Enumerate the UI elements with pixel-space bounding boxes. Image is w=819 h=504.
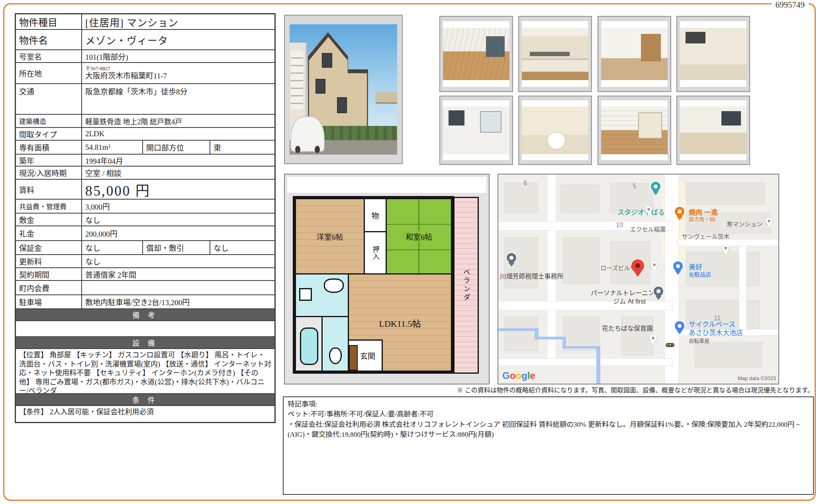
row-value-parking: 敷地内駐車場/空き2台/13,200円 (82, 295, 274, 308)
kotobuki-pin-icon (766, 218, 772, 224)
row-value-layout-type: 2LDK (82, 128, 274, 140)
special-notes-line2: ・保証会社:保証会社利用必須 株式会社オリコフォレントインシュア 初回保証料 賃… (288, 420, 809, 440)
row-label-neighborhood-fee: 町内会費 (16, 281, 82, 294)
plan-margin (287, 177, 486, 193)
row-label-contract-term: 契約期間 (16, 268, 82, 280)
table-row: 礼金 200,000円 (16, 226, 274, 241)
white-car (290, 116, 324, 152)
row-label-property-type: 物件種目 (16, 14, 82, 29)
map-label-yakiniku-sub: 焼き肉・$$ (689, 215, 715, 223)
excel-pin-icon (645, 206, 652, 213)
map-label-cycle-line3: 自転車屋 (689, 337, 709, 344)
road-vertical-right (739, 246, 747, 329)
row-label-guarantee: 保証金 (16, 241, 82, 254)
room-western: 洋室6帖 (295, 198, 365, 275)
block-number-6: 6 (523, 180, 527, 187)
room-entrance-label: 玄関 (360, 350, 375, 361)
entrance-hall-image (601, 28, 668, 80)
washer-icon (299, 288, 312, 301)
section-header-equipment: 設 備 (16, 337, 274, 349)
row-label-transport: 交通 (16, 84, 82, 114)
row-label-parking: 駐車場 (16, 295, 82, 308)
row-label-opening-direction: 開口部方位 (143, 141, 210, 154)
section-header-remarks: 備 考 (16, 309, 274, 321)
row-label-deposit: 敷金 (16, 214, 82, 226)
traffic-light-icon (666, 343, 674, 347)
table-row: 現況/入居時期 空室 / 相談 (16, 167, 274, 180)
row-value-deposit: なし (82, 214, 274, 226)
row-label-address: 所在地 (16, 63, 82, 83)
property-table: 物件種目 [住居用] マンション 物件名 メゾン・ヴィータ 号室名 101(1階… (15, 13, 276, 423)
address-text: 大阪府茨木市稲葉町11-7 (85, 72, 167, 80)
road-vertical-left (547, 175, 556, 359)
section-header-conditions: 条 件 (16, 394, 274, 406)
room-oshiire: 押入 (364, 231, 387, 275)
table-row: 駐車場 敷地内駐車場/空き2台/13,200円 (16, 295, 274, 309)
sink-icon (324, 278, 344, 293)
table-row: 所在地 〒567-0827 大阪府茨木市稲葉町11-7 (16, 63, 274, 84)
row-value-renewal-fee: なし (82, 255, 274, 267)
room-western-label: 洋室6帖 (317, 231, 343, 242)
room-japanese: 和室6帖 (386, 198, 452, 275)
floor-plan: 洋室6帖 物 押入 和室6帖 LDK11.5帖 (284, 174, 490, 384)
building-exterior-image (290, 24, 398, 155)
table-row: 専有面積 54.81m² 開口部方位 東 (16, 141, 274, 155)
nearby-pin-icon (651, 261, 658, 268)
row-label-property-name: 物件名 (16, 30, 82, 49)
row-value-status: 空室 / 相談 (82, 167, 274, 179)
row-value-property-name: メゾン・ヴィータ (82, 30, 274, 49)
photo-washbasin (439, 96, 513, 165)
gym-pin-icon (654, 286, 663, 296)
plan-drawing: 洋室6帖 物 押入 和室6帖 LDK11.5帖 (293, 196, 480, 375)
map-label-sunvale: サンヴェール茨木 (682, 232, 729, 240)
row-label-renewal-fee: 更新料 (16, 255, 82, 267)
map-label-cycle-line2: あさひ茨木大池店 (689, 327, 743, 337)
carport (376, 92, 397, 104)
map-label-kotobuki: 寿マンション (727, 220, 762, 228)
road-horizontal-2 (498, 301, 672, 310)
table-row: 交通 阪急京都線「茨木市」徒歩8分 (16, 84, 274, 115)
row-value-key-money: 200,000円 (82, 226, 274, 240)
table-row: 保証金 なし 償却・敷引 なし (16, 241, 274, 255)
room-japanese-label: 和室6帖 (404, 231, 434, 242)
cycle-shop-pin-icon (675, 321, 684, 331)
row-label-status: 現況/入居時期 (16, 167, 82, 179)
special-notes-line1: ペット:不可/事務所:不可/保証人:要/高齢者:不可 (288, 409, 809, 419)
table-row: 号室名 101(1階部分) (16, 50, 274, 63)
row-label-layout-type: 間取タイプ (16, 128, 82, 140)
road-vertical-main (665, 175, 679, 384)
row-value-address: 〒567-0827 大阪府茨木市稲葉町11-7 (82, 63, 274, 83)
room-veranda: ベランダ (453, 197, 479, 374)
table-row: 敷金 なし (16, 214, 274, 226)
room-oshiire-label: 押入 (370, 246, 380, 260)
map-label-rose-bldg: ローズビルヴ (601, 263, 636, 272)
bathroom-image (680, 28, 747, 80)
row-label-room-no: 号室名 (16, 50, 82, 62)
window (315, 79, 326, 94)
room-storage-label: 物 (371, 210, 379, 221)
photo-toilet (518, 96, 592, 165)
row-value-room-no: 101(1階部分) (82, 50, 274, 62)
kitchen-image (522, 28, 588, 80)
map-label-tax-office: 川畑芳郎税理士事務所 (500, 271, 564, 280)
room-washroom (295, 273, 349, 317)
block-number-5: 5 (633, 183, 636, 190)
section-body-equipment: 【位置】 角部屋 【キッチン】 ガスコンロ設置可 【水廻り】 風呂・トイレ・洗面… (16, 349, 274, 394)
nursery-pin-icon (650, 335, 656, 341)
map-label-studio: スタジオすばる (617, 207, 665, 217)
tax-office-pin-icon (507, 253, 516, 263)
table-row: 物件名 メゾン・ヴィータ (16, 30, 274, 50)
washbasin-image (443, 106, 509, 154)
photo-kitchen (518, 16, 592, 92)
photo-entrance-hall (598, 16, 671, 92)
bathtub-icon (300, 328, 318, 365)
row-label-rent: 賃料 (16, 180, 82, 199)
photo-bedroom (598, 96, 671, 165)
row-label-amortization: 償却・敷引 (143, 241, 210, 254)
section-body-conditions: 【条件】 2人入居可能・保証会社利用必須 (16, 406, 274, 422)
photo-building-exterior (284, 15, 403, 164)
row-label-common-fee: 共益費・管理費 (16, 200, 82, 213)
living-room-image (443, 28, 509, 80)
road-horizontal-3 (498, 359, 672, 366)
room-entrance: 玄関 (348, 339, 383, 372)
